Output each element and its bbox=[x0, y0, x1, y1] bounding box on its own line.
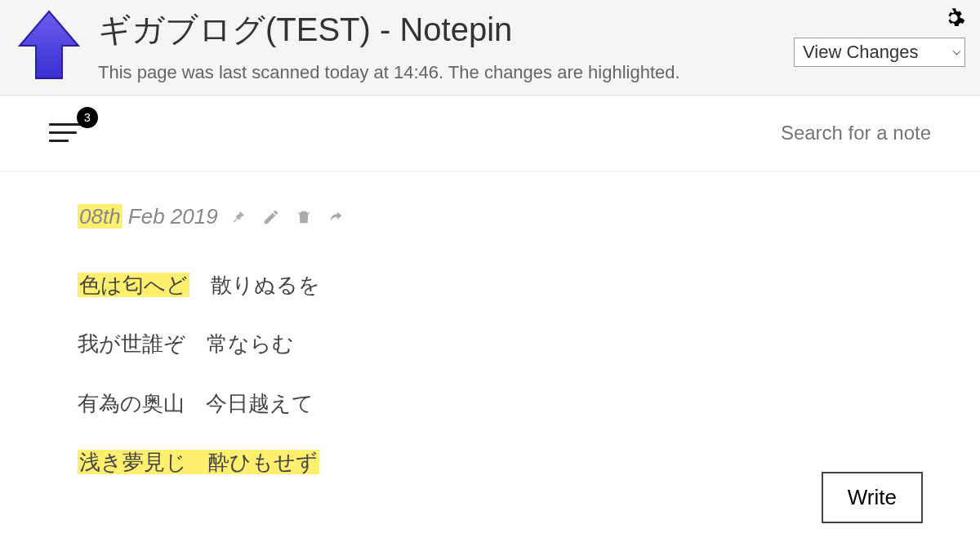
edit-icon[interactable] bbox=[262, 208, 280, 226]
svg-marker-0 bbox=[20, 11, 78, 78]
note-line-1a: 色は匂へど bbox=[78, 273, 189, 297]
view-changes-dropdown[interactable]: View Changes bbox=[794, 38, 965, 67]
note-line-2: 我が世誰ぞ 常ならむ bbox=[78, 329, 902, 358]
app-bar: 3 bbox=[0, 96, 980, 171]
note-body: 色は匂へど 散りぬるを 我が世誰ぞ 常ならむ 有為の奥山 今日越えて 浅き夢見じ… bbox=[78, 270, 902, 478]
trash-icon[interactable] bbox=[295, 208, 313, 226]
note-line-4-hl: 浅き夢見じ 酔ひもせず bbox=[78, 450, 319, 474]
notification-badge: 3 bbox=[77, 107, 98, 128]
gear-icon[interactable] bbox=[942, 7, 965, 29]
share-icon[interactable] bbox=[327, 208, 345, 226]
write-button[interactable]: Write bbox=[822, 472, 923, 523]
note-date-day: 08th bbox=[78, 204, 122, 229]
note-line-1: 色は匂へど 散りぬるを bbox=[78, 270, 902, 300]
search-input[interactable] bbox=[686, 122, 931, 144]
note-line-4: 浅き夢見じ 酔ひもせず bbox=[78, 447, 902, 477]
view-changes-label: View Changes bbox=[803, 42, 918, 62]
note: 08th Feb 2019 色は匂へど 散りぬるを 我が世誰ぞ 常ならむ 有為の… bbox=[0, 171, 980, 478]
note-date: 08th Feb 2019 bbox=[78, 204, 218, 229]
menu-button[interactable]: 3 bbox=[49, 117, 98, 149]
pin-icon[interactable] bbox=[229, 208, 247, 226]
up-arrow-icon bbox=[16, 8, 82, 82]
note-meta-row: 08th Feb 2019 bbox=[78, 204, 902, 229]
scan-banner: ギガブログ(TEST) - Notepin This page was last… bbox=[0, 0, 980, 96]
note-date-rest: Feb 2019 bbox=[122, 204, 218, 229]
hamburger-icon bbox=[49, 123, 85, 148]
note-line-1b: 散りぬるを bbox=[189, 273, 320, 297]
note-action-icons bbox=[229, 208, 345, 226]
note-line-3: 有為の奥山 今日越えて bbox=[78, 389, 902, 418]
